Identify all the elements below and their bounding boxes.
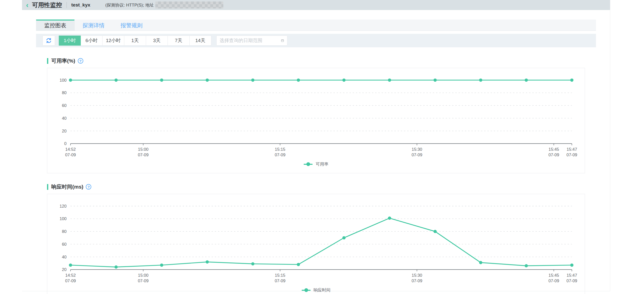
svg-text:15:30: 15:30	[412, 147, 422, 152]
svg-text:15:47: 15:47	[567, 273, 577, 278]
svg-text:80: 80	[62, 229, 67, 234]
tab-alarm-rules[interactable]: 报警规则	[113, 20, 151, 31]
availability-legend[interactable]: 可用率	[51, 159, 581, 171]
svg-text:15:47: 15:47	[567, 147, 577, 152]
legend-marker-icon	[302, 288, 311, 292]
svg-text:07-09: 07-09	[412, 153, 422, 157]
svg-text:100: 100	[60, 78, 67, 83]
svg-text:15:45: 15:45	[548, 147, 559, 152]
title-accent-bar	[47, 184, 48, 190]
page-title: 可用性监控	[32, 1, 62, 9]
svg-text:15:30: 15:30	[412, 273, 422, 278]
title-accent-bar	[47, 58, 48, 64]
svg-text:40: 40	[62, 116, 67, 121]
availability-chart-card: 02040608010014:5207-0915:0007-0915:1507-…	[47, 68, 585, 173]
svg-text:07-09: 07-09	[65, 278, 76, 283]
header-divider	[67, 2, 67, 8]
svg-text:07-09: 07-09	[65, 153, 76, 157]
range-button-3d[interactable]: 3天	[146, 36, 168, 46]
app-window: ‹ 可用性监控 test_kyx (探测协议: HTTP(S); 地址 监控图表…	[22, 0, 610, 291]
svg-text:07-09: 07-09	[566, 153, 577, 157]
page-header: ‹ 可用性监控 test_kyx (探测协议: HTTP(S); 地址	[22, 0, 610, 10]
response-time-chart: 2040608010012014:5207-0915:0007-0915:150…	[51, 196, 581, 285]
svg-text:07-09: 07-09	[275, 278, 285, 283]
date-range-field[interactable]	[220, 38, 281, 43]
availability-chart: 02040608010014:5207-0915:0007-0915:1507-…	[51, 70, 581, 159]
svg-text:60: 60	[62, 103, 67, 108]
legend-label: 响应时间	[314, 287, 331, 293]
time-range-group: 1小时 6小时 12小时 1天 3天 7天 14天	[59, 36, 211, 46]
svg-text:60: 60	[62, 242, 67, 247]
svg-text:14:52: 14:52	[65, 273, 76, 278]
svg-text:14:52: 14:52	[65, 147, 76, 152]
svg-text:15:15: 15:15	[275, 273, 285, 278]
svg-text:15:00: 15:00	[138, 147, 149, 152]
date-range-input[interactable]	[216, 36, 287, 46]
refresh-icon	[46, 38, 52, 44]
help-icon[interactable]: ?	[78, 58, 83, 64]
svg-text:07-09: 07-09	[548, 278, 559, 283]
availability-section: 可用率(%) ? 02040608010014:5207-0915:0007-0…	[47, 57, 585, 173]
svg-text:15:15: 15:15	[275, 147, 285, 152]
refresh-button[interactable]	[43, 36, 55, 46]
svg-text:07-09: 07-09	[138, 278, 149, 283]
availability-title: 可用率(%)	[51, 57, 75, 64]
availability-section-title: 可用率(%) ?	[47, 57, 585, 64]
svg-text:07-09: 07-09	[548, 153, 559, 157]
range-button-12h[interactable]: 12小时	[102, 36, 124, 46]
svg-text:07-09: 07-09	[138, 153, 149, 157]
response-time-legend[interactable]: 响应时间	[51, 285, 581, 294]
range-button-7d[interactable]: 7天	[168, 36, 190, 46]
svg-text:07-09: 07-09	[275, 153, 285, 157]
response-time-chart-card: 2040608010012014:5207-0915:0007-0915:150…	[47, 194, 585, 294]
response-time-section-title: 响应时间(ms) ?	[47, 183, 585, 190]
chart-toolbar: 1小时 6小时 12小时 1天 3天 7天 14天	[36, 34, 596, 47]
svg-text:15:45: 15:45	[548, 273, 559, 278]
probe-meta: (探测协议: HTTP(S); 地址	[105, 2, 223, 9]
range-button-14d[interactable]: 14天	[189, 36, 211, 46]
svg-text:0: 0	[64, 141, 67, 146]
svg-text:100: 100	[60, 216, 67, 221]
svg-text:40: 40	[62, 255, 67, 259]
response-time-section: 响应时间(ms) ? 2040608010012014:5207-0915:00…	[47, 183, 585, 294]
range-button-1h[interactable]: 1小时	[59, 36, 81, 46]
range-button-6h[interactable]: 6小时	[81, 36, 103, 46]
svg-text:20: 20	[62, 129, 67, 133]
legend-label: 可用率	[316, 161, 328, 167]
back-button[interactable]: ‹	[26, 1, 29, 10]
probe-meta-text: (探测协议: HTTP(S); 地址	[105, 2, 154, 8]
svg-text:20: 20	[62, 267, 67, 272]
svg-text:15:00: 15:00	[138, 273, 149, 278]
help-icon[interactable]: ?	[86, 184, 91, 190]
svg-text:07-09: 07-09	[566, 278, 577, 283]
redacted-address	[155, 2, 223, 9]
tab-bar: 监控图表 探测详情 报警规则	[36, 20, 596, 31]
legend-marker-icon	[304, 162, 313, 166]
calendar-icon	[281, 38, 284, 43]
svg-text:120: 120	[60, 204, 67, 209]
range-button-1d[interactable]: 1天	[124, 36, 146, 46]
tab-probe-details[interactable]: 探测详情	[75, 20, 113, 31]
tab-monitor-charts[interactable]: 监控图表	[36, 20, 75, 31]
svg-text:80: 80	[62, 90, 67, 95]
svg-text:07-09: 07-09	[412, 278, 422, 283]
response-time-title: 响应时间(ms)	[51, 183, 83, 190]
task-name: test_kyx	[71, 2, 90, 8]
